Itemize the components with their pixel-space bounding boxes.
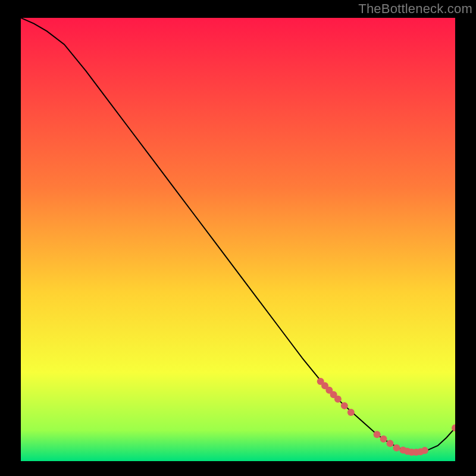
data-dot [421,447,428,454]
data-dot [387,440,394,447]
attribution-text: TheBottleneck.com [358,1,472,17]
data-dot [341,402,348,409]
data-dot [380,436,387,443]
chart-frame: TheBottleneck.com [0,0,476,476]
data-dot [347,409,355,416]
gradient-background [21,18,455,461]
chart-svg [21,18,455,461]
data-dot [393,444,400,452]
plot-area [21,18,455,461]
data-dot [374,431,381,438]
data-dot [334,396,342,403]
